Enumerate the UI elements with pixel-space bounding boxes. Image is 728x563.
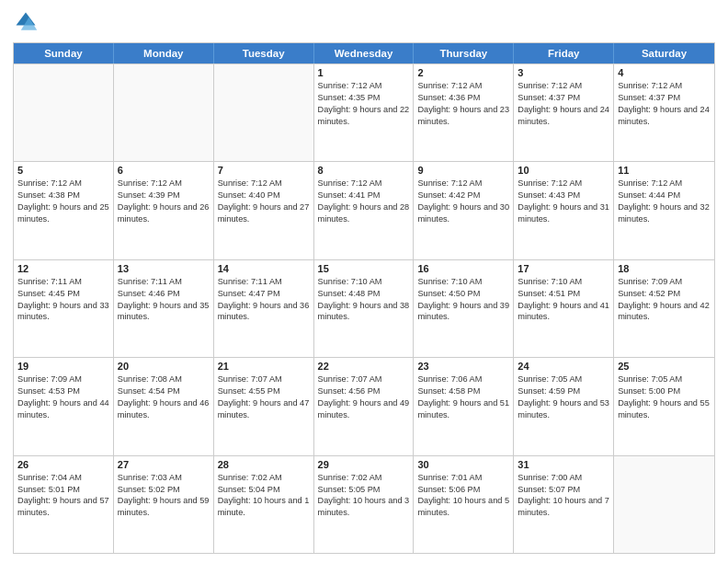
day-number: 3: [518, 67, 609, 78]
day-info: Sunrise: 7:07 AM Sunset: 4:55 PM Dayligh…: [218, 373, 310, 421]
day-number: 18: [618, 263, 711, 274]
calendar-cell: 30Sunrise: 7:01 AM Sunset: 5:06 PM Dayli…: [414, 456, 514, 553]
day-number: 10: [518, 165, 609, 176]
day-number: 1: [318, 67, 410, 78]
logo: [13, 9, 42, 35]
day-info: Sunrise: 7:12 AM Sunset: 4:37 PM Dayligh…: [518, 80, 609, 128]
calendar-cell: 17Sunrise: 7:10 AM Sunset: 4:51 PM Dayli…: [514, 260, 614, 357]
calendar-cell: 3Sunrise: 7:12 AM Sunset: 4:37 PM Daylig…: [514, 64, 614, 161]
day-number: 13: [118, 263, 210, 274]
calendar-cell: 24Sunrise: 7:05 AM Sunset: 4:59 PM Dayli…: [514, 358, 614, 454]
weekday-header: Saturday: [614, 43, 714, 63]
weekday-header: Tuesday: [214, 43, 314, 63]
calendar-cell: 12Sunrise: 7:11 AM Sunset: 4:45 PM Dayli…: [14, 260, 114, 357]
calendar-cell: 16Sunrise: 7:10 AM Sunset: 4:50 PM Dayli…: [414, 260, 514, 357]
calendar-cell: 8Sunrise: 7:12 AM Sunset: 4:41 PM Daylig…: [314, 162, 415, 259]
day-info: Sunrise: 7:12 AM Sunset: 4:36 PM Dayligh…: [417, 80, 509, 128]
calendar-body: 1Sunrise: 7:12 AM Sunset: 4:35 PM Daylig…: [14, 63, 714, 553]
day-info: Sunrise: 7:08 AM Sunset: 4:54 PM Dayligh…: [118, 373, 210, 421]
calendar-header: SundayMondayTuesdayWednesdayThursdayFrid…: [14, 43, 714, 63]
day-number: 24: [518, 361, 609, 372]
day-number: 22: [318, 361, 410, 372]
day-number: 12: [17, 263, 109, 274]
calendar-cell: 9Sunrise: 7:12 AM Sunset: 4:42 PM Daylig…: [414, 162, 514, 259]
calendar-cell: 25Sunrise: 7:05 AM Sunset: 5:00 PM Dayli…: [614, 358, 714, 454]
day-number: 17: [518, 263, 609, 274]
calendar: SundayMondayTuesdayWednesdayThursdayFrid…: [13, 42, 715, 554]
weekday-header: Wednesday: [314, 43, 415, 63]
calendar-cell: 2Sunrise: 7:12 AM Sunset: 4:36 PM Daylig…: [414, 64, 514, 161]
day-info: Sunrise: 7:12 AM Sunset: 4:37 PM Dayligh…: [618, 80, 711, 128]
day-info: Sunrise: 7:11 AM Sunset: 4:46 PM Dayligh…: [118, 276, 210, 324]
day-info: Sunrise: 7:06 AM Sunset: 4:58 PM Dayligh…: [417, 373, 509, 421]
day-number: 5: [17, 165, 109, 176]
day-info: Sunrise: 7:10 AM Sunset: 4:48 PM Dayligh…: [318, 276, 410, 324]
calendar-cell: 7Sunrise: 7:12 AM Sunset: 4:40 PM Daylig…: [214, 162, 314, 259]
day-number: 8: [318, 165, 410, 176]
weekday-header: Sunday: [14, 43, 114, 63]
day-number: 28: [218, 459, 310, 470]
calendar-cell: 15Sunrise: 7:10 AM Sunset: 4:48 PM Dayli…: [314, 260, 415, 357]
calendar-cell: 19Sunrise: 7:09 AM Sunset: 4:53 PM Dayli…: [14, 358, 114, 454]
day-info: Sunrise: 7:12 AM Sunset: 4:44 PM Dayligh…: [618, 178, 711, 225]
day-info: Sunrise: 7:01 AM Sunset: 5:06 PM Dayligh…: [417, 472, 509, 520]
day-info: Sunrise: 7:09 AM Sunset: 4:52 PM Dayligh…: [618, 276, 711, 324]
day-info: Sunrise: 7:05 AM Sunset: 5:00 PM Dayligh…: [618, 373, 711, 421]
day-info: Sunrise: 7:05 AM Sunset: 4:59 PM Dayligh…: [518, 373, 609, 421]
day-info: Sunrise: 7:12 AM Sunset: 4:38 PM Dayligh…: [17, 178, 109, 225]
calendar-week: 1Sunrise: 7:12 AM Sunset: 4:35 PM Daylig…: [14, 63, 714, 161]
page: SundayMondayTuesdayWednesdayThursdayFrid…: [0, 0, 728, 563]
calendar-cell: 18Sunrise: 7:09 AM Sunset: 4:52 PM Dayli…: [614, 260, 714, 357]
day-number: 15: [318, 263, 410, 274]
calendar-cell: 4Sunrise: 7:12 AM Sunset: 4:37 PM Daylig…: [614, 64, 714, 161]
day-number: 6: [118, 165, 210, 176]
calendar-cell: 22Sunrise: 7:07 AM Sunset: 4:56 PM Dayli…: [314, 358, 415, 454]
day-info: Sunrise: 7:12 AM Sunset: 4:43 PM Dayligh…: [518, 178, 609, 225]
calendar-cell: 1Sunrise: 7:12 AM Sunset: 4:35 PM Daylig…: [314, 64, 415, 161]
calendar-cell: 29Sunrise: 7:02 AM Sunset: 5:05 PM Dayli…: [314, 456, 415, 553]
calendar-cell: 31Sunrise: 7:00 AM Sunset: 5:07 PM Dayli…: [514, 456, 614, 553]
calendar-week: 5Sunrise: 7:12 AM Sunset: 4:38 PM Daylig…: [14, 161, 714, 259]
calendar-cell: 26Sunrise: 7:04 AM Sunset: 5:01 PM Dayli…: [14, 456, 114, 553]
day-info: Sunrise: 7:10 AM Sunset: 4:50 PM Dayligh…: [417, 276, 509, 324]
day-info: Sunrise: 7:02 AM Sunset: 5:05 PM Dayligh…: [318, 472, 410, 520]
day-info: Sunrise: 7:12 AM Sunset: 4:40 PM Dayligh…: [218, 178, 310, 225]
day-info: Sunrise: 7:00 AM Sunset: 5:07 PM Dayligh…: [518, 472, 609, 520]
day-number: 21: [218, 361, 310, 372]
calendar-cell: 5Sunrise: 7:12 AM Sunset: 4:38 PM Daylig…: [14, 162, 114, 259]
calendar-cell: 20Sunrise: 7:08 AM Sunset: 4:54 PM Dayli…: [114, 358, 214, 454]
day-info: Sunrise: 7:07 AM Sunset: 4:56 PM Dayligh…: [318, 373, 410, 421]
calendar-cell: [14, 64, 114, 161]
day-info: Sunrise: 7:11 AM Sunset: 4:45 PM Dayligh…: [17, 276, 109, 324]
calendar-cell: 28Sunrise: 7:02 AM Sunset: 5:04 PM Dayli…: [214, 456, 314, 553]
day-number: 14: [218, 263, 310, 274]
calendar-cell: [214, 64, 314, 161]
day-number: 27: [118, 459, 210, 470]
day-number: 29: [318, 459, 410, 470]
day-number: 11: [618, 165, 711, 176]
day-info: Sunrise: 7:02 AM Sunset: 5:04 PM Dayligh…: [218, 472, 310, 520]
day-number: 20: [118, 361, 210, 372]
day-info: Sunrise: 7:10 AM Sunset: 4:51 PM Dayligh…: [518, 276, 609, 324]
day-number: 7: [218, 165, 310, 176]
day-number: 4: [618, 67, 711, 78]
calendar-week: 26Sunrise: 7:04 AM Sunset: 5:01 PM Dayli…: [14, 455, 714, 553]
day-number: 16: [417, 263, 509, 274]
calendar-cell: 23Sunrise: 7:06 AM Sunset: 4:58 PM Dayli…: [414, 358, 514, 454]
calendar-cell: [114, 64, 214, 161]
day-number: 9: [417, 165, 509, 176]
calendar-week: 19Sunrise: 7:09 AM Sunset: 4:53 PM Dayli…: [14, 357, 714, 454]
calendar-cell: 14Sunrise: 7:11 AM Sunset: 4:47 PM Dayli…: [214, 260, 314, 357]
header: [13, 9, 715, 35]
calendar-cell: 10Sunrise: 7:12 AM Sunset: 4:43 PM Dayli…: [514, 162, 614, 259]
weekday-header: Friday: [514, 43, 614, 63]
day-number: 26: [17, 459, 109, 470]
day-info: Sunrise: 7:12 AM Sunset: 4:41 PM Dayligh…: [318, 178, 410, 225]
day-number: 23: [417, 361, 509, 372]
day-info: Sunrise: 7:12 AM Sunset: 4:39 PM Dayligh…: [118, 178, 210, 225]
weekday-header: Monday: [114, 43, 214, 63]
day-number: 25: [618, 361, 711, 372]
calendar-cell: 11Sunrise: 7:12 AM Sunset: 4:44 PM Dayli…: [614, 162, 714, 259]
day-number: 30: [417, 459, 509, 470]
day-number: 19: [17, 361, 109, 372]
